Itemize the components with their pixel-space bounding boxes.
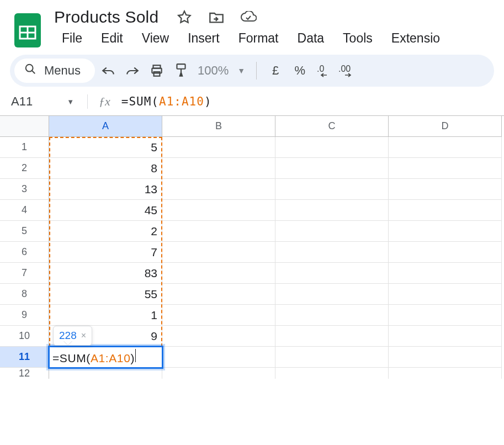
print-button[interactable]	[146, 60, 168, 82]
move-folder-icon[interactable]	[208, 9, 225, 25]
cell-c11[interactable]	[275, 347, 389, 368]
row-header[interactable]: 8	[0, 284, 49, 305]
cell-a4[interactable]: 45	[49, 200, 162, 221]
redo-button[interactable]	[121, 60, 144, 82]
cell-d12[interactable]	[389, 368, 502, 379]
menu-format[interactable]: Format	[230, 28, 288, 49]
cell-d8[interactable]	[389, 284, 502, 305]
menu-bar: File Edit View Insert Format Data Tools …	[53, 28, 495, 52]
cell-c4[interactable]	[275, 200, 389, 221]
cell-b1[interactable]	[162, 137, 275, 158]
cell-b10[interactable]	[162, 326, 275, 347]
cell-a3[interactable]: 13	[49, 179, 162, 200]
row-header[interactable]: 9	[0, 305, 49, 326]
cell-d9[interactable]	[389, 305, 502, 326]
cell-a1[interactable]: 5	[49, 137, 162, 158]
cell-d7[interactable]	[389, 263, 502, 284]
cell-a12[interactable]	[49, 368, 162, 379]
row-header[interactable]: 10	[0, 326, 49, 347]
cell-c6[interactable]	[275, 242, 389, 263]
close-icon[interactable]: ×	[81, 331, 86, 341]
menu-tools[interactable]: Tools	[334, 28, 381, 49]
currency-button[interactable]: £	[264, 60, 287, 82]
cell-d6[interactable]	[389, 242, 502, 263]
row-header[interactable]: 4	[0, 200, 49, 221]
formula-result-tooltip: 228 ×	[53, 326, 92, 346]
cell-d11[interactable]	[389, 347, 502, 368]
menu-insert[interactable]: Insert	[179, 28, 229, 49]
column-header-a[interactable]: A	[49, 116, 162, 137]
cell-c8[interactable]	[275, 284, 389, 305]
cell-d10[interactable]	[389, 326, 502, 347]
search-icon	[24, 63, 36, 78]
star-icon[interactable]	[176, 9, 193, 25]
fx-icon: ƒx	[88, 94, 121, 109]
cell-d5[interactable]	[389, 221, 502, 242]
cell-a6[interactable]: 7	[49, 242, 162, 263]
cloud-status-icon[interactable]	[240, 9, 257, 25]
cell-a8[interactable]: 55	[49, 284, 162, 305]
paint-format-button[interactable]	[170, 60, 192, 82]
percent-button[interactable]: %	[289, 60, 311, 82]
cell-b8[interactable]	[162, 284, 275, 305]
cell-b3[interactable]	[162, 179, 275, 200]
select-all-corner[interactable]	[0, 116, 49, 137]
menus-search-pill[interactable]: Menus	[14, 59, 95, 83]
undo-button[interactable]	[97, 60, 119, 82]
cell-c9[interactable]	[275, 305, 389, 326]
menu-data[interactable]: Data	[289, 28, 333, 49]
cell-b7[interactable]	[162, 263, 275, 284]
cell-b12[interactable]	[162, 368, 275, 379]
cell-c7[interactable]	[275, 263, 389, 284]
cell-b11[interactable]	[162, 347, 275, 368]
column-header-c[interactable]: C	[275, 116, 389, 137]
cell-a5[interactable]: 2	[49, 221, 162, 242]
toolbar-separator	[256, 62, 257, 80]
row-header[interactable]: 5	[0, 221, 49, 242]
sheets-logo[interactable]	[12, 11, 43, 50]
column-header-b[interactable]: B	[162, 116, 275, 137]
cell-formula-prefix: =SUM(	[52, 352, 91, 365]
cell-formula-range: A1:A10	[91, 352, 131, 365]
row-header[interactable]: 1	[0, 137, 49, 158]
formula-bar-input[interactable]: =SUM(A1:A10)	[121, 95, 212, 108]
svg-point-4	[26, 65, 33, 72]
name-box[interactable]: A11 ▼	[11, 94, 88, 109]
formula-bar-row: A11 ▼ ƒx =SUM(A1:A10)	[0, 87, 504, 115]
cell-a11-editing[interactable]: =SUM(A1:A10)	[49, 347, 162, 368]
cell-d3[interactable]	[389, 179, 502, 200]
cell-a2[interactable]: 8	[49, 158, 162, 179]
row-header[interactable]: 11	[0, 347, 49, 368]
cell-a7[interactable]: 83	[49, 263, 162, 284]
zoom-dropdown[interactable]: 100% ▼	[194, 63, 248, 78]
cell-d2[interactable]	[389, 158, 502, 179]
cell-b2[interactable]	[162, 158, 275, 179]
menu-edit[interactable]: Edit	[92, 28, 132, 49]
document-title[interactable]: Products Sold	[53, 8, 160, 27]
cell-b4[interactable]	[162, 200, 275, 221]
row-header[interactable]: 6	[0, 242, 49, 263]
menu-extensions[interactable]: Extensio	[383, 28, 449, 49]
cell-c10[interactable]	[275, 326, 389, 347]
row-header[interactable]: 2	[0, 158, 49, 179]
cell-b5[interactable]	[162, 221, 275, 242]
cell-b6[interactable]	[162, 242, 275, 263]
chevron-down-icon: ▼	[67, 98, 74, 106]
decrease-decimal-button[interactable]: .0	[313, 60, 335, 82]
cell-a9[interactable]: 1	[49, 305, 162, 326]
cell-c2[interactable]	[275, 158, 389, 179]
cell-c5[interactable]	[275, 221, 389, 242]
column-header-d[interactable]: D	[389, 116, 502, 137]
row-header[interactable]: 12	[0, 368, 49, 379]
menu-file[interactable]: File	[53, 28, 91, 49]
cell-d1[interactable]	[389, 137, 502, 158]
cell-c12[interactable]	[275, 368, 389, 379]
cell-d4[interactable]	[389, 200, 502, 221]
row-header[interactable]: 3	[0, 179, 49, 200]
menu-view[interactable]: View	[133, 28, 178, 49]
cell-b9[interactable]	[162, 305, 275, 326]
cell-c1[interactable]	[275, 137, 389, 158]
row-header[interactable]: 7	[0, 263, 49, 284]
cell-c3[interactable]	[275, 179, 389, 200]
increase-decimal-button[interactable]: .00	[337, 60, 359, 82]
